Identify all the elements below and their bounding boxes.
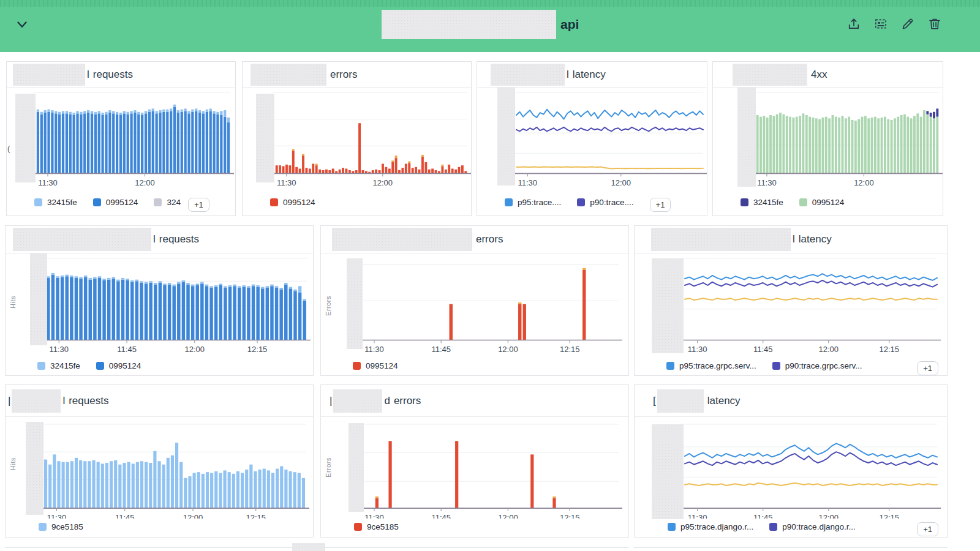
legend-item[interactable]: p90:trace.django.r... bbox=[769, 522, 855, 531]
legend: p95:trace....p90:trace....+1 bbox=[477, 193, 707, 216]
timeseries-chart[interactable]: 11:3011:4512:0012:15 bbox=[6, 253, 313, 359]
panel-grpc-errors[interactable]: errors Errors 11:3011:4512:0012:15 09951… bbox=[320, 225, 629, 376]
redaction-box bbox=[292, 543, 325, 551]
timeseries-chart[interactable]: 11:3011:4512:0012:15 bbox=[321, 253, 628, 359]
legend-more-button[interactable]: +1 bbox=[917, 361, 938, 375]
x-tick-label: 12:15 bbox=[879, 345, 899, 354]
timeseries-chart[interactable]: 11:3011:4512:0012:15 bbox=[6, 417, 313, 519]
legend-label: 0995124 bbox=[109, 361, 141, 370]
legend-more-button[interactable]: +1 bbox=[650, 198, 671, 212]
x-tick-label: 11:45 bbox=[753, 513, 773, 519]
legend-item[interactable]: p90:trace.... bbox=[577, 198, 633, 207]
legend-item[interactable]: 0995124 bbox=[93, 198, 138, 207]
legend-swatch bbox=[505, 198, 513, 206]
redaction-box bbox=[652, 424, 684, 519]
panel-django-requests[interactable]: | l requests Hits 11:3011:4512:0012:15 9… bbox=[5, 384, 314, 538]
timeseries-chart[interactable]: 11:3011:4512:0012:15 bbox=[321, 417, 628, 519]
chart-body: Hits 11:3011:4512:0012:15 bbox=[6, 417, 313, 519]
legend-item[interactable]: p95:trace.... bbox=[505, 198, 561, 207]
panel-grpc-latency[interactable]: l latency 11:3011:4512:0012:15 p95:trace… bbox=[634, 225, 948, 376]
redaction-box bbox=[349, 423, 364, 512]
chart-body: 11:3012:00 bbox=[243, 88, 471, 193]
legend-label: 9ce5185 bbox=[51, 522, 83, 531]
header-actions bbox=[846, 17, 942, 32]
legend-swatch bbox=[34, 198, 42, 206]
pencil-icon[interactable] bbox=[900, 17, 915, 32]
legend-label: 0995124 bbox=[106, 198, 138, 207]
header-texture-strip bbox=[0, 0, 980, 7]
legend-item[interactable]: 32415fe bbox=[34, 198, 77, 207]
legend-item[interactable]: p95:trace.grpc.serv... bbox=[666, 361, 756, 370]
x-tick-label: 12:00 bbox=[498, 345, 518, 354]
panel-4xx[interactable]: 4xx 11:3012:00 32415fe0995124 bbox=[712, 61, 943, 216]
panel-django-errors[interactable]: | d errors Errors 11:3011:4512:0012:15 9… bbox=[320, 384, 629, 538]
legend-label: p95:trace.django.r... bbox=[680, 522, 753, 531]
x-tick-label: 12:15 bbox=[560, 513, 580, 519]
legend-item[interactable]: 32415fe bbox=[741, 198, 783, 207]
redaction-box bbox=[26, 422, 43, 515]
chart-body: 11:3011:4512:0012:15 bbox=[635, 417, 947, 519]
clipped-char: l bbox=[153, 233, 156, 246]
legend-item[interactable]: p95:trace.django.r... bbox=[668, 522, 753, 531]
x-tick-label: 11:30 bbox=[50, 345, 69, 354]
legend-item[interactable]: p90:trace.grpc.serv... bbox=[772, 361, 862, 370]
x-tick-label: 11:30 bbox=[277, 178, 296, 187]
legend-swatch bbox=[354, 523, 362, 531]
legend: 32415fe0995124 bbox=[6, 359, 313, 375]
dashboard-title: api bbox=[382, 10, 579, 39]
dashboard-header: api bbox=[0, 0, 980, 52]
chart-body: ( 11:3012:00 bbox=[7, 88, 235, 193]
x-tick-label: 11:45 bbox=[431, 513, 451, 519]
legend-item[interactable]: 0995124 bbox=[270, 198, 315, 207]
timeseries-chart[interactable]: 11:3012:00 bbox=[7, 88, 235, 193]
legend-item[interactable]: 0995124 bbox=[353, 361, 398, 370]
legend: 32415fe0995124324+1 bbox=[7, 193, 235, 216]
legend: p95:trace.grpc.serv...p90:trace.grpc.ser… bbox=[635, 359, 947, 375]
panel-title-text: latency bbox=[573, 69, 606, 81]
y-axis-fragment: ( bbox=[7, 144, 10, 153]
y-axis-label: Errors bbox=[325, 457, 332, 478]
panel-title-text: latency bbox=[707, 395, 741, 407]
redaction-box bbox=[497, 88, 515, 186]
panel-errors[interactable]: errors 11:3012:00 0995124 bbox=[242, 61, 472, 216]
legend-item[interactable]: 9ce5185 bbox=[39, 522, 83, 531]
panel-django-latency[interactable]: [ latency 11:3011:4512:0012:15 p95:trace… bbox=[634, 384, 948, 538]
panel-grpc-requests[interactable]: l requests Hits 11:3011:4512:0012:15 324… bbox=[5, 225, 314, 376]
legend: 9ce5185 bbox=[6, 519, 313, 537]
legend-label: 0995124 bbox=[812, 198, 845, 207]
x-tick-label: 12:15 bbox=[560, 345, 580, 354]
panel-total-requests[interactable]: l requests ( 11:3012:00 32415fe099512432… bbox=[6, 61, 236, 216]
x-tick-label: 11:30 bbox=[38, 178, 58, 187]
legend-more-button[interactable]: +1 bbox=[188, 198, 209, 212]
x-tick-label: 11:30 bbox=[47, 513, 67, 519]
board-icon[interactable] bbox=[873, 17, 888, 32]
legend-item[interactable]: 0995124 bbox=[96, 361, 141, 370]
timeseries-chart[interactable]: 11:3012:00 bbox=[243, 88, 471, 193]
legend-item[interactable]: 0995124 bbox=[799, 198, 845, 207]
redaction-box bbox=[737, 88, 756, 187]
legend: 0995124 bbox=[243, 193, 471, 216]
x-tick-label: 11:30 bbox=[757, 178, 777, 187]
x-tick-label: 11:45 bbox=[115, 513, 135, 519]
redaction-box bbox=[733, 64, 807, 86]
legend-item[interactable]: 32415fe bbox=[37, 361, 80, 370]
panel-latency[interactable]: l latency 11:3012:00 p95:trace....p90:tr… bbox=[477, 61, 707, 216]
legend: p95:trace.django.r...p90:trace.django.r.… bbox=[635, 519, 947, 537]
legend-more-button[interactable]: +1 bbox=[917, 522, 938, 536]
legend-swatch bbox=[39, 523, 47, 531]
chevron-down-icon[interactable] bbox=[12, 17, 32, 34]
x-tick-label: 11:45 bbox=[753, 345, 773, 354]
x-tick-label: 11:45 bbox=[431, 345, 451, 354]
redaction-box bbox=[15, 94, 36, 182]
y-axis-label: Hits bbox=[9, 457, 17, 470]
trash-icon[interactable] bbox=[927, 17, 942, 32]
redaction-box bbox=[347, 258, 363, 349]
legend: 0995124 bbox=[321, 359, 628, 375]
redaction-box bbox=[651, 228, 791, 251]
upload-icon[interactable] bbox=[846, 17, 861, 32]
clipped-char: [ bbox=[653, 395, 656, 407]
legend-item[interactable]: 324 bbox=[154, 198, 181, 207]
legend: 9ce5185 bbox=[321, 519, 628, 537]
legend-item[interactable]: 9ce5185 bbox=[354, 522, 399, 531]
legend-label: 0995124 bbox=[283, 198, 315, 207]
